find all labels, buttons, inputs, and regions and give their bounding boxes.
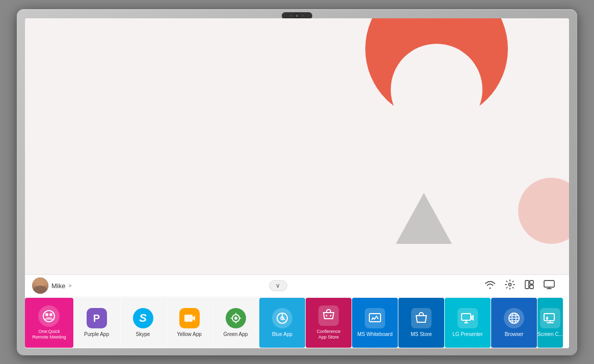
browser-label: Browser [505, 331, 524, 337]
app-tile-skype[interactable]: S Skype [120, 298, 166, 348]
ms-whiteboard-icon [365, 308, 385, 328]
wallpaper-circle-small [518, 178, 569, 244]
svg-rect-3 [530, 285, 533, 289]
webcam-dot2 [302, 15, 304, 17]
screen-cast-label: Screen C... [537, 331, 563, 337]
one-quick-label: One:QuickRemote Meeting [32, 329, 66, 340]
app-tile-green-app[interactable]: Green App [213, 298, 259, 348]
screen: Mike > ∨ [25, 18, 569, 348]
green-app-label: Green App [224, 331, 248, 337]
conference-app-store-label: ConferenceApp Store [317, 329, 341, 340]
conference-app-store-icon [318, 305, 339, 326]
taskbar-top: Mike > ∨ [25, 275, 569, 297]
browser-icon [504, 308, 524, 328]
app-tile-conference-app-store[interactable]: ConferenceApp Store [306, 298, 352, 348]
yellow-app-icon [179, 308, 200, 328]
avatar-body [34, 286, 47, 294]
apps-row: One:QuickRemote Meeting P Purple App S S… [25, 297, 569, 348]
svg-rect-2 [530, 281, 533, 284]
avatar-image [32, 277, 48, 294]
wallpaper-circle-large-inner [391, 44, 482, 135]
app-tile-one-quick[interactable]: One:QuickRemote Meeting [25, 298, 73, 348]
wallpaper [25, 18, 569, 274]
app-tile-screen-cast[interactable]: Screen C... [537, 298, 563, 348]
taskbar-center: ∨ [71, 280, 484, 291]
yellow-app-label: Yellow App [177, 331, 202, 337]
app-tile-purple-app[interactable]: P Purple App [74, 298, 120, 348]
ms-whiteboard-label: MS Whiteboard [358, 331, 393, 337]
svg-point-15 [330, 315, 332, 316]
blue-app-icon [272, 308, 292, 328]
skype-label: Skype [136, 331, 150, 337]
wifi-icon[interactable] [484, 280, 496, 292]
svg-point-14 [326, 315, 328, 316]
one-quick-icon [38, 305, 60, 327]
webcam-dot [290, 15, 292, 17]
app-tile-browser[interactable]: Browser [491, 298, 537, 348]
wallpaper-triangle [396, 193, 452, 244]
svg-point-5 [43, 311, 55, 322]
purple-app-icon: P [87, 308, 107, 328]
green-app-icon [226, 308, 246, 328]
screen-cast-icon [540, 308, 560, 328]
layout-icon[interactable] [524, 279, 534, 292]
avatar [32, 277, 48, 294]
user-name: Mike [51, 282, 65, 290]
ms-store-label: MS Store [411, 331, 432, 337]
svg-point-6 [45, 313, 48, 316]
app-tile-blue-app[interactable]: Blue App [259, 298, 305, 348]
skype-icon: S [133, 308, 153, 328]
app-tile-yellow-app[interactable]: Yellow App [167, 298, 212, 348]
blue-app-label: Blue App [272, 331, 292, 337]
purple-app-label: Purple App [84, 331, 109, 337]
lg-presenter-icon [457, 308, 478, 328]
svg-rect-17 [462, 314, 471, 320]
monitor-frame: Mike > ∨ [17, 9, 577, 355]
user-area[interactable]: Mike > [32, 277, 71, 294]
app-tile-ms-store[interactable]: MS Store [398, 298, 444, 348]
svg-rect-20 [544, 314, 554, 321]
taskbar: Mike > ∨ [25, 274, 569, 348]
svg-point-11 [234, 317, 237, 320]
ms-store-icon [411, 308, 431, 328]
svg-rect-1 [525, 281, 529, 289]
svg-point-7 [49, 313, 52, 316]
chevron-down-icon: ∨ [276, 282, 280, 289]
svg-point-0 [509, 283, 511, 286]
svg-rect-4 [544, 281, 554, 287]
app-tile-ms-whiteboard[interactable]: MS Whiteboard [352, 298, 398, 348]
taskbar-right [484, 279, 562, 292]
collapse-button[interactable]: ∨ [269, 280, 287, 291]
svg-rect-8 [184, 315, 193, 322]
settings-icon[interactable] [505, 279, 515, 292]
webcam-lens [294, 13, 300, 18]
display-icon[interactable] [544, 279, 555, 292]
app-tile-lg-presenter[interactable]: LG Presenter [445, 298, 491, 348]
lg-presenter-label: LG Presenter [452, 331, 482, 337]
